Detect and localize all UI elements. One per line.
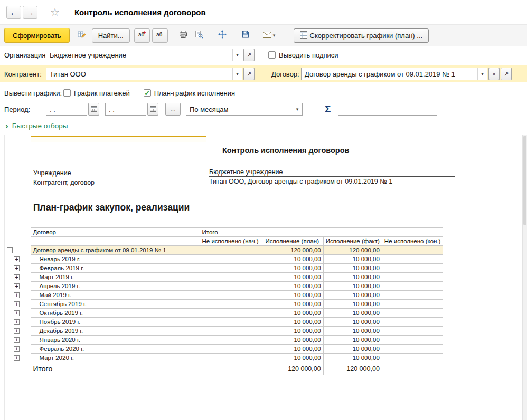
titlebar: ← → ☆ Контроль исполнения договоров bbox=[0, 0, 527, 24]
generate-button[interactable]: Сформировать bbox=[4, 28, 70, 43]
quick-filters-label: Быстрые отборы bbox=[12, 122, 68, 130]
table-row: + Январь 2020 г. 10 000,00 10 000,00 bbox=[5, 336, 443, 345]
calendar-icon bbox=[91, 106, 97, 113]
not-executed-end-cell bbox=[382, 327, 443, 336]
organization-open-button[interactable]: ↗ bbox=[243, 49, 255, 61]
expand-toggle[interactable]: + bbox=[14, 346, 20, 352]
col-header-not-executed-end: Не исполнено (кон.) bbox=[382, 237, 443, 246]
plan-schedule-table: Договор Итого Не исполнено (нач.) Исполн… bbox=[5, 227, 443, 375]
save-button[interactable] bbox=[238, 28, 253, 43]
dropdown-arrow-icon[interactable]: ▾ bbox=[477, 68, 487, 80]
row-label-cell: Январь 2019 г. bbox=[31, 255, 200, 264]
headers-toggle-button[interactable]: аб+ bbox=[134, 28, 150, 43]
total-fact: 120 000,00 bbox=[323, 362, 382, 375]
contract-clear-button[interactable]: × bbox=[488, 68, 500, 80]
period-from-field[interactable]: . . bbox=[46, 103, 87, 116]
checkmark-icon: ✓ bbox=[144, 89, 151, 97]
not-executed-end-cell bbox=[382, 300, 443, 309]
schedule-table-icon bbox=[300, 31, 307, 40]
period-mode-select[interactable]: По месяцам ▾ bbox=[186, 103, 303, 116]
execution-plan-cell: 10 000,00 bbox=[261, 255, 323, 264]
not-executed-start-cell bbox=[200, 354, 261, 362]
execution-plan-cell: 10 000,00 bbox=[261, 354, 323, 362]
payments-chart-checkbox[interactable]: График платежей bbox=[63, 89, 130, 97]
organization-field[interactable]: Бюджетное учреждение ▾ bbox=[46, 49, 242, 61]
vertical-scrollbar[interactable] bbox=[522, 135, 527, 420]
row-label-cell: Договор аренды с графиком от 09.01.2019 … bbox=[31, 246, 200, 255]
total-label: Итого bbox=[31, 362, 200, 375]
execution-fact-cell: 10 000,00 bbox=[323, 345, 382, 354]
dropdown-arrow-icon[interactable]: ▾ bbox=[232, 68, 242, 80]
not-executed-end-cell bbox=[382, 309, 443, 318]
expand-toggle[interactable]: + bbox=[14, 274, 20, 280]
favorite-star-icon[interactable]: ☆ bbox=[50, 7, 60, 17]
execution-fact-cell: 10 000,00 bbox=[323, 300, 382, 309]
period-to-field[interactable]: . . bbox=[105, 103, 146, 116]
chevron-right-icon: › bbox=[5, 121, 8, 130]
expand-toggle[interactable]: + bbox=[14, 355, 20, 361]
sum-input[interactable] bbox=[338, 103, 437, 116]
adjust-schedules-label: Скорректировать графики (план) ... bbox=[310, 32, 423, 40]
execution-plan-cell: 10 000,00 bbox=[261, 282, 323, 291]
report-area: Контроль исполнения договоров Учреждение… bbox=[4, 135, 522, 420]
not-executed-start-cell bbox=[200, 273, 261, 282]
expand-toggle[interactable]: + bbox=[14, 310, 20, 316]
contract-field[interactable]: Договор аренды с графиком от 09.01.2019 … bbox=[301, 68, 487, 80]
expand-toggle[interactable]: + bbox=[14, 292, 20, 298]
execution-plan-cell: 10 000,00 bbox=[261, 336, 323, 345]
expand-toggle[interactable]: + bbox=[14, 265, 20, 271]
expand-toggle[interactable]: + bbox=[14, 328, 20, 334]
fit-page-button[interactable] bbox=[214, 28, 230, 43]
envelope-icon bbox=[263, 31, 271, 40]
not-executed-start-cell bbox=[200, 264, 261, 273]
execution-fact-cell: 10 000,00 bbox=[323, 309, 382, 318]
print-button[interactable] bbox=[175, 28, 191, 43]
plan-chart-checkbox[interactable]: ✓ План-график исполнения bbox=[144, 89, 235, 97]
period-mode-value: По месяцам bbox=[186, 106, 293, 113]
email-button[interactable]: ▾ bbox=[258, 28, 281, 43]
execution-fact-cell: 10 000,00 bbox=[323, 273, 382, 282]
execution-plan-cell: 10 000,00 bbox=[261, 318, 323, 327]
period-from-calendar-button[interactable] bbox=[88, 103, 99, 116]
period-more-button[interactable]: ... bbox=[165, 103, 181, 116]
not-executed-end-cell bbox=[382, 354, 443, 362]
execution-fact-cell: 10 000,00 bbox=[323, 282, 382, 291]
col-header-execution-plan: Исполнение (план) bbox=[261, 237, 323, 246]
forward-button[interactable]: → bbox=[23, 6, 37, 19]
report-meta: Учреждение Бюджетное учреждение Контраге… bbox=[33, 167, 455, 186]
adjust-schedules-button[interactable]: Скорректировать графики (план) ... bbox=[294, 28, 429, 43]
col-header-execution-fact: Исполнение (факт) bbox=[323, 237, 382, 246]
not-executed-end-cell bbox=[382, 291, 443, 300]
signatures-checkbox[interactable]: Выводить подписи bbox=[268, 51, 338, 59]
dropdown-arrow-icon[interactable]: ▾ bbox=[293, 103, 302, 115]
expand-toggle[interactable]: + bbox=[14, 319, 20, 325]
checkbox-icon bbox=[63, 89, 71, 97]
counterparty-field[interactable]: Титан ООО ▾ bbox=[46, 68, 242, 80]
print-preview-button[interactable] bbox=[191, 28, 207, 43]
execution-plan-cell: 10 000,00 bbox=[261, 345, 323, 354]
dropdown-arrow-icon[interactable]: ▾ bbox=[232, 49, 242, 61]
not-executed-start-cell bbox=[200, 255, 261, 264]
expand-toggle[interactable]: + bbox=[14, 301, 20, 307]
expand-toggle[interactable]: - bbox=[7, 247, 13, 253]
grid-toggle-button[interactable]: аб– bbox=[152, 28, 168, 43]
counterparty-open-button[interactable]: ↗ bbox=[243, 68, 255, 80]
scrollbar-thumb[interactable] bbox=[523, 136, 526, 225]
organization-value: Бюджетное учреждение bbox=[46, 51, 232, 59]
table-header-row-1: Договор Итого bbox=[5, 228, 443, 237]
letters-minus-icon: аб– bbox=[156, 30, 164, 41]
execution-plan-cell: 10 000,00 bbox=[261, 300, 323, 309]
not-executed-end-cell bbox=[382, 282, 443, 291]
expand-toggle[interactable]: + bbox=[14, 256, 20, 262]
expand-toggle[interactable]: + bbox=[14, 283, 20, 289]
contract-open-button[interactable]: ↗ bbox=[501, 68, 512, 80]
period-to-calendar-button[interactable] bbox=[147, 103, 158, 116]
expand-toggle[interactable]: + bbox=[14, 337, 20, 343]
table-row: + Март 2020 г. 10 000,00 10 000,00 bbox=[5, 354, 443, 362]
report-settings-button[interactable] bbox=[74, 28, 90, 43]
find-button[interactable]: Найти... bbox=[92, 28, 130, 43]
counterparty-contract-value: Титан ООО, Договор аренды с графиком от … bbox=[209, 178, 455, 186]
back-button[interactable]: ← bbox=[6, 6, 21, 19]
quick-filters-toggle[interactable]: › Быстрые отборы bbox=[5, 121, 68, 130]
not-executed-start-cell bbox=[200, 336, 261, 345]
